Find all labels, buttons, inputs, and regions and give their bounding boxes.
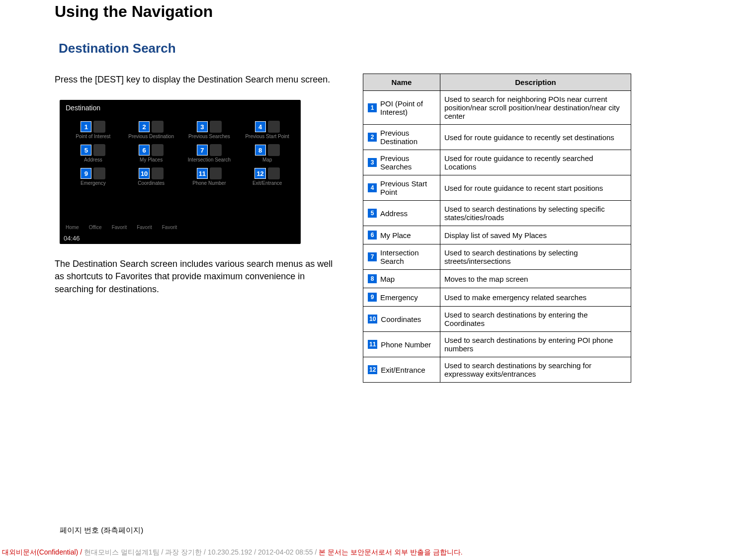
table-row: 2Previous DestinationUsed for route guid… <box>363 125 631 150</box>
number-badge: 3 <box>367 158 377 167</box>
description-text: The Destination Search screen includes v… <box>55 258 338 296</box>
table-row: 3Previous SearchesUsed for route guidanc… <box>363 150 631 175</box>
row-name: Coordinates <box>381 315 421 323</box>
row-desc: Used for route guidance to recently set … <box>440 125 631 150</box>
number-badge: 12 <box>367 365 378 375</box>
cell-label: Coordinates <box>138 180 165 186</box>
bottombar-item: Office <box>89 225 102 230</box>
table-header-desc: Description <box>440 74 631 91</box>
row-desc: Used for route guidance to recent start … <box>440 175 631 201</box>
confidential-prefix: 대외비문서(Confidential) / <box>2 548 84 556</box>
row-name: Phone Number <box>381 340 431 349</box>
name-cell: 10Coordinates <box>363 307 440 332</box>
table-row: 1POI (Point of Interest)Used to search f… <box>363 91 631 125</box>
bottombar-item: Home <box>66 225 79 230</box>
number-badge: 9 <box>81 168 91 179</box>
name-cell: 9Emergency <box>363 288 440 307</box>
row-desc: Used to search destinations by selecting… <box>440 201 631 226</box>
bottombar-item: Favorit <box>162 225 177 230</box>
row-name: Previous Destination <box>380 129 436 146</box>
number-badge: 6 <box>139 145 150 156</box>
bottombar-item: Favorit <box>112 225 127 230</box>
number-badge: 2 <box>139 121 150 132</box>
row-desc: Used to search destinations by entering … <box>440 307 631 332</box>
row-desc: Used for route guidance to recently sear… <box>440 150 631 175</box>
number-badge: 4 <box>367 183 377 193</box>
table-row: 4Previous Start PointUsed for route guid… <box>363 175 631 201</box>
menu-icon <box>268 144 280 156</box>
screenshot-cell: 4Previous Start Point <box>240 121 295 139</box>
confidential-footer: 대외비문서(Confidential) / 현대모비스 멀티설계1팀 / 과장 … <box>2 548 463 557</box>
screenshot-cell: 5Address <box>66 144 121 162</box>
menu-icon <box>152 167 164 179</box>
number-badge: 2 <box>367 132 377 142</box>
screenshot-cell: 8Map <box>240 144 295 162</box>
menu-icon <box>152 144 164 156</box>
row-name: Emergency <box>380 293 418 302</box>
table-header-name: Name <box>363 74 440 91</box>
reference-table: Name Description 1POI (Point of Interest… <box>363 74 631 383</box>
menu-icon <box>210 121 222 133</box>
screenshot-cell: 2Previous Destination <box>124 121 179 139</box>
cell-label: Exit/Entrance <box>252 180 282 186</box>
cell-label: Address <box>84 157 102 162</box>
name-cell: 12Exit/Entrance <box>363 357 440 383</box>
cell-label: Previous Searches <box>188 134 230 139</box>
number-badge: 6 <box>367 230 377 240</box>
name-cell: 8Map <box>363 270 440 288</box>
confidential-middle: 현대모비스 멀티설계1팀 / 과장 장기한 / 10.230.25.192 / … <box>84 548 317 556</box>
table-row: 6My PlaceDisplay list of saved My Places <box>363 226 631 244</box>
intro-text: Press the [DEST] key to display the Dest… <box>55 74 338 86</box>
right-column: Name Description 1POI (Point of Interest… <box>363 74 631 383</box>
table-row: 11Phone NumberUsed to search destination… <box>363 332 631 357</box>
row-desc: Used to make emergency related searches <box>440 288 631 307</box>
table-row: 8MapMoves to the map screen <box>363 270 631 288</box>
screenshot-cell: 6My Places <box>124 144 179 162</box>
number-badge: 10 <box>139 168 150 179</box>
cell-label: My Places <box>140 157 163 162</box>
row-name: Previous Start Point <box>380 179 436 196</box>
table-row: 12Exit/EntranceUsed to search destinatio… <box>363 357 631 383</box>
left-column: Press the [DEST] key to display the Dest… <box>55 74 338 383</box>
row-name: Map <box>380 275 395 283</box>
page-footer: 페이지 번호 (좌측페이지) <box>60 526 143 535</box>
screenshot-time: 04:46 <box>64 235 80 242</box>
menu-icon <box>93 167 105 179</box>
number-badge: 7 <box>367 252 377 262</box>
cell-label: Phone Number <box>192 180 226 186</box>
screenshot-cell: 11Phone Number <box>182 167 237 186</box>
number-badge: 10 <box>367 314 378 324</box>
number-badge: 4 <box>255 121 266 132</box>
number-badge: 12 <box>254 168 265 179</box>
page-title: Using the Navigation <box>55 2 753 21</box>
screenshot-cell: 9Emergency <box>66 167 121 186</box>
cell-label: Previous Start Point <box>245 134 289 139</box>
name-cell: 2Previous Destination <box>363 125 440 150</box>
number-badge: 8 <box>367 274 377 284</box>
name-cell: 1POI (Point of Interest) <box>363 91 440 125</box>
menu-icon <box>152 121 164 133</box>
screenshot-cell: 10Coordinates <box>124 167 179 186</box>
number-badge: 9 <box>367 292 377 302</box>
name-cell: 7Intersection Search <box>363 244 440 270</box>
menu-icon <box>268 167 280 179</box>
screenshot-cell: 1Point of Interest <box>66 121 121 139</box>
row-name: Address <box>380 209 408 218</box>
number-badge: 7 <box>197 145 208 156</box>
bottombar-item: Favorit <box>137 225 152 230</box>
confidential-suffix: 본 문서는 보안문서로서 외부 반출을 금합니다. <box>317 548 462 556</box>
row-name: Intersection Search <box>380 248 436 265</box>
name-cell: 4Previous Start Point <box>363 175 440 201</box>
number-badge: 5 <box>81 145 91 156</box>
menu-icon <box>93 121 105 133</box>
cell-label: Previous Destination <box>128 134 174 139</box>
row-desc: Used to search for neighboring POIs near… <box>440 91 631 125</box>
screenshot-title: Destination <box>66 104 295 112</box>
row-desc: Used to search destinations by searching… <box>440 357 631 383</box>
number-badge: 5 <box>367 208 377 218</box>
table-row: 10CoordinatesUsed to search destinations… <box>363 307 631 332</box>
screenshot-cell: 12Exit/Entrance <box>240 167 295 186</box>
row-desc: Used to search destinations by selecting… <box>440 244 631 270</box>
table-row: 9EmergencyUsed to make emergency related… <box>363 288 631 307</box>
menu-icon <box>210 167 222 179</box>
